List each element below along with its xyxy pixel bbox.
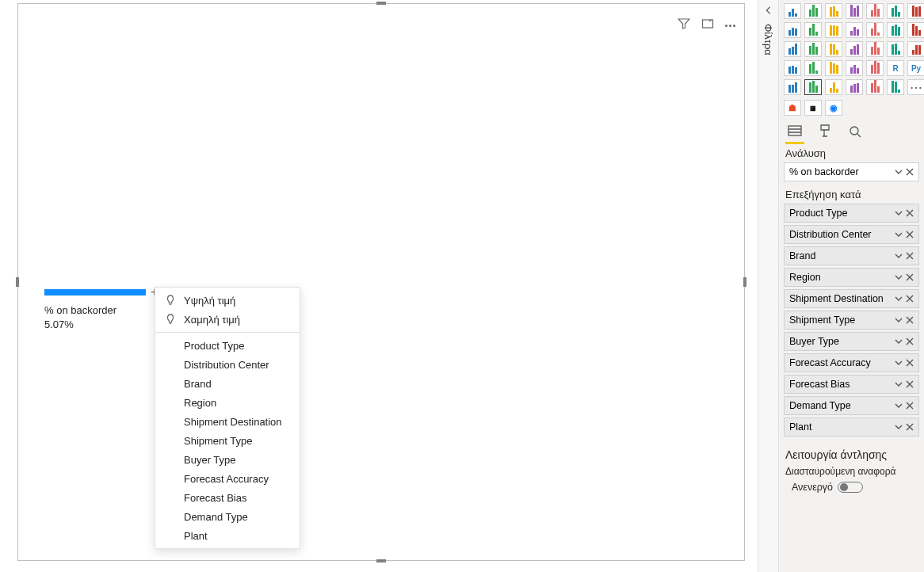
viz-type-icon[interactable]	[825, 79, 842, 95]
filter-icon[interactable]	[678, 17, 690, 33]
viz-type-icon[interactable]	[784, 41, 801, 57]
explain-by-chip[interactable]: Buyer Type	[784, 332, 919, 351]
ctx-field-item[interactable]: Plant	[155, 526, 300, 545]
viz-type-icon[interactable]	[804, 60, 822, 76]
viz-type-icon[interactable]	[887, 3, 904, 19]
viz-type-icon[interactable]	[907, 3, 924, 19]
chevron-down-icon[interactable]	[895, 209, 903, 217]
viz-type-icon[interactable]	[846, 41, 863, 57]
focus-mode-icon[interactable]	[701, 17, 714, 33]
viz-type-icon[interactable]	[825, 60, 842, 76]
python-visual-icon[interactable]: Py	[907, 60, 924, 76]
cross-report-toggle[interactable]	[838, 482, 863, 493]
ctx-field-item[interactable]: Shipment Type	[155, 431, 300, 450]
chevron-down-icon[interactable]	[895, 231, 903, 238]
viz-type-icon[interactable]	[866, 60, 884, 76]
viz-type-icon[interactable]	[804, 22, 822, 38]
remove-icon[interactable]	[906, 359, 914, 367]
remove-icon[interactable]	[906, 273, 914, 281]
viz-type-icon[interactable]	[804, 3, 822, 19]
remove-icon[interactable]	[906, 402, 914, 410]
remove-icon[interactable]	[906, 209, 914, 217]
chevron-down-icon[interactable]	[895, 168, 903, 176]
appsource-visual-icon[interactable]: ◉	[825, 100, 842, 116]
ctx-field-item[interactable]: Forecast Bias	[155, 488, 300, 507]
explain-by-chip[interactable]: Product Type	[784, 204, 919, 223]
report-canvas[interactable]: + % on backorder 5.07% Υψηλή τιμή Χαμηλή…	[0, 0, 758, 572]
viz-type-icon[interactable]	[784, 60, 801, 76]
chevron-down-icon[interactable]	[895, 423, 903, 431]
fields-tab-icon[interactable]	[787, 124, 803, 141]
viz-type-icon[interactable]	[784, 3, 801, 19]
chevron-down-icon[interactable]	[895, 380, 903, 388]
explain-by-chip[interactable]: Plant	[784, 418, 919, 437]
explain-by-chip[interactable]: Region	[784, 268, 919, 287]
ctx-field-item[interactable]: Shipment Destination	[155, 412, 300, 431]
remove-icon[interactable]	[906, 252, 914, 260]
explain-by-chip[interactable]: Demand Type	[784, 396, 919, 415]
ctx-low-value[interactable]: Χαμηλή τιμή	[155, 310, 300, 329]
chevron-down-icon[interactable]	[895, 252, 903, 260]
r-script-visual-icon[interactable]: R	[887, 60, 904, 76]
viz-type-icon[interactable]	[804, 41, 822, 57]
ctx-field-item[interactable]: Forecast Accuracy	[155, 469, 300, 488]
ctx-field-item[interactable]: Demand Type	[155, 507, 300, 526]
filters-collapsed-rail[interactable]: Φίλτρα	[758, 0, 778, 572]
svg-rect-1	[788, 126, 801, 135]
custom-visual-icon[interactable]: ▦	[804, 100, 822, 116]
remove-icon[interactable]	[906, 316, 914, 324]
viz-type-icon[interactable]	[846, 60, 863, 76]
html5-custom-visual-icon[interactable]: ☗	[784, 100, 801, 116]
viz-type-icon[interactable]	[846, 22, 863, 38]
remove-icon[interactable]	[906, 295, 914, 303]
viz-type-icon[interactable]	[866, 22, 884, 38]
viz-type-icon[interactable]	[887, 22, 904, 38]
viz-type-icon[interactable]	[866, 79, 884, 95]
ctx-field-item[interactable]: Buyer Type	[155, 450, 300, 469]
analyze-field-well[interactable]: % on backorder	[784, 162, 919, 181]
remove-icon[interactable]	[906, 337, 914, 345]
viz-type-icon[interactable]	[846, 79, 863, 95]
viz-more-icon[interactable]: ⋯	[907, 79, 924, 95]
visualizations-pane: RPy⋯ ☗ ▦ ◉ Ανάλυση % on backorder Επεξήγ…	[778, 0, 924, 572]
viz-type-icon[interactable]	[907, 22, 924, 38]
chevron-down-icon[interactable]	[895, 295, 903, 303]
viz-type-icon[interactable]	[825, 41, 842, 57]
remove-icon[interactable]	[906, 423, 914, 431]
ctx-field-item[interactable]: Distribution Center	[155, 355, 300, 374]
explain-by-chip[interactable]: Distribution Center	[784, 225, 919, 244]
viz-type-icon[interactable]	[804, 79, 822, 95]
ctx-field-item[interactable]: Brand	[155, 374, 300, 393]
chevron-down-icon[interactable]	[895, 402, 903, 410]
explain-by-chip[interactable]: Forecast Accuracy	[784, 353, 919, 372]
viz-type-icon[interactable]	[825, 3, 842, 19]
remove-icon[interactable]	[906, 380, 914, 388]
analytics-tab-icon[interactable]	[847, 124, 863, 141]
viz-type-icon[interactable]	[887, 41, 904, 57]
format-tab-icon[interactable]	[817, 124, 833, 141]
chevron-down-icon[interactable]	[895, 359, 903, 367]
remove-icon[interactable]	[906, 168, 914, 176]
explain-by-chip[interactable]: Shipment Destination	[784, 289, 919, 308]
viz-type-icon[interactable]	[846, 3, 863, 19]
viz-type-icon[interactable]	[784, 79, 801, 95]
remove-icon[interactable]	[906, 231, 914, 238]
explain-by-chip[interactable]: Forecast Bias	[784, 375, 919, 394]
viz-type-icon[interactable]	[887, 79, 904, 95]
chevron-down-icon[interactable]	[895, 316, 903, 324]
ctx-high-value[interactable]: Υψηλή τιμή	[155, 291, 300, 310]
chevron-down-icon[interactable]	[895, 273, 903, 281]
viz-type-icon[interactable]	[866, 41, 884, 57]
ctx-field-item[interactable]: Region	[155, 393, 300, 412]
viz-type-icon[interactable]	[866, 3, 884, 19]
ctx-field-item[interactable]: Product Type	[155, 336, 300, 355]
expand-chevron-icon[interactable]	[763, 5, 774, 16]
explain-by-chip[interactable]: Brand	[784, 246, 919, 265]
chevron-down-icon[interactable]	[895, 337, 903, 345]
viz-type-icon[interactable]	[907, 41, 924, 57]
viz-type-icon[interactable]	[825, 22, 842, 38]
more-options-icon[interactable]	[725, 25, 735, 27]
filters-label: Φίλτρα	[762, 24, 774, 55]
explain-by-chip[interactable]: Shipment Type	[784, 311, 919, 330]
viz-type-icon[interactable]	[784, 22, 801, 38]
